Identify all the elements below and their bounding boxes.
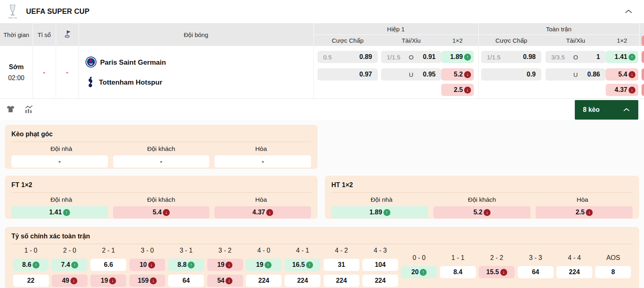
score-label: 4 - 2 (335, 247, 348, 255)
ft-handicap-home-odds[interactable]: 1/1.5 0.98 (481, 51, 541, 63)
score-odds[interactable]: 10↓ (129, 259, 165, 271)
odds-value: 8.4 (453, 268, 462, 276)
draw-column-label: Hòa (532, 196, 633, 203)
away-team-row[interactable]: Tottenham Hotspur (85, 77, 162, 88)
score-odds[interactable]: 224 (285, 275, 320, 287)
correct-score-card: Tỷ số chính xác toàn trận 1 - 0 8.6↑ 22 … (5, 227, 639, 288)
score-odds[interactable]: 224 (362, 275, 398, 287)
betting-page: Super Cup UEFA SUPER CUP Thời gian Tỉ số… (0, 0, 644, 288)
corner-flag-icon (63, 29, 72, 40)
odds-value: 4.37 (252, 209, 265, 216)
score-label: 4 - 1 (296, 247, 309, 255)
odds-value: 6.6 (104, 261, 113, 268)
score-column-2-0: 2 - 0 7.4↑ 49↓ (50, 247, 89, 287)
ft-over-odds[interactable]: 3/3.5 O 1 (545, 51, 606, 63)
score-odds[interactable]: 64 (168, 275, 204, 287)
ft-1x2-draw-odds[interactable]: 4.37 ↓ (606, 84, 638, 96)
odds-value: 19 (101, 277, 108, 284)
trend-up-icon: ↑ (464, 54, 471, 61)
score-odds[interactable]: 6.6 (90, 259, 126, 271)
ft-draw-odds[interactable]: 4.37 ↓ (215, 206, 311, 218)
score-label: 2 - 1 (102, 247, 115, 255)
home-column-label: Đội nhà (331, 196, 432, 203)
jersey-icon[interactable] (6, 105, 15, 116)
h1-handicap-away-odds[interactable]: 0.97 (318, 68, 378, 81)
ht-draw-odds[interactable]: 2.5 ↓ (536, 206, 633, 218)
score-label: 3 - 1 (180, 247, 193, 255)
score-odds[interactable]: 104 (362, 259, 398, 271)
ft-1x2-away-odds[interactable]: 5.4 ↓ (606, 68, 638, 81)
score-odds[interactable]: 8.4 (440, 266, 476, 278)
h1-1x2-draw-odds[interactable]: 2.5 ↓ (441, 84, 474, 96)
score-odds[interactable]: 8.8↑ (168, 259, 204, 271)
odds-value: 19 (256, 261, 263, 268)
ft-under-odds[interactable]: U 0.86 (545, 68, 606, 81)
score-label: 1 - 0 (24, 247, 37, 255)
score-odds[interactable]: 8 (595, 266, 631, 278)
score-label: 3 - 3 (529, 254, 542, 262)
score-odds[interactable]: 19↑ (246, 259, 282, 271)
score-odds[interactable]: 16.5↑ (285, 259, 320, 271)
ft-handicap-away-odds[interactable]: 0.9 (481, 68, 541, 81)
odds-value: 0.89 (359, 53, 372, 61)
score-odds[interactable]: 224 (246, 275, 282, 287)
trend-up-icon: ↑ (63, 209, 70, 216)
score-odds[interactable]: 7.4↑ (52, 259, 88, 271)
score-odds[interactable]: 54↓ (207, 275, 243, 287)
score-label: 2 - 2 (490, 254, 503, 262)
score-column-1-1: 1 - 1 8.4 (438, 247, 477, 287)
h1-1x2-away-odds[interactable]: 5.2 ↓ (441, 68, 474, 81)
ft-1x2-home-odds[interactable]: 1.41 ↑ (606, 51, 638, 63)
score-odds[interactable]: 224 (556, 266, 592, 278)
odds-count-button[interactable]: 8 kèo (575, 100, 638, 120)
score-odds[interactable]: 49↓ (52, 275, 88, 287)
odds-value: 49 (62, 277, 69, 284)
score-odds[interactable]: 8.6↑ (13, 259, 49, 271)
ht-away-odds[interactable]: 5.2 ↓ (434, 206, 530, 218)
collapse-league-chevron-up-icon[interactable] (624, 8, 633, 15)
odds-value: 0.98 (523, 53, 536, 61)
odds-value: 224 (336, 277, 347, 284)
odds-value: 64 (532, 268, 539, 276)
stats-chart-icon[interactable] (24, 105, 34, 116)
trend-up-icon: ↑ (265, 262, 272, 268)
subcol-h1-overunder: Tài/Xỉu (381, 35, 441, 46)
corner-home-odds[interactable]: - (11, 155, 108, 168)
score-odds[interactable]: 224 (324, 275, 359, 287)
score-odds[interactable]: 31 (324, 259, 359, 271)
odds-table-header: Thời gian Tỉ số Đội bóng Hiệp 1 Toàn trậ… (0, 23, 644, 46)
uefa-super-cup-logo-icon: Super Cup (7, 3, 19, 20)
league-header: Super Cup UEFA SUPER CUP (0, 0, 644, 23)
score-odds[interactable]: 64 (518, 266, 554, 278)
score-column-4-4: 4 - 4 224 (555, 247, 594, 287)
score-odds[interactable]: 19↓ (90, 275, 126, 287)
odds-value: 104 (375, 261, 386, 268)
odds-value: 0.9 (527, 71, 536, 78)
score-odds[interactable]: 15.5↓ (479, 266, 515, 278)
odds-value: 0.91 (416, 53, 436, 61)
match-time: Sớm 02:00 (0, 46, 33, 99)
h1-1x2-home-odds[interactable]: 1.89 ↑ (441, 51, 474, 63)
h1-handicap-home-odds[interactable]: 0.5 0.89 (318, 51, 378, 63)
h1-under-odds[interactable]: U 0.95 (381, 68, 441, 81)
score-column-3-0: 3 - 0 10↓ 159↓ (128, 247, 166, 287)
trend-down-icon: ↓ (150, 277, 157, 284)
home-team-row[interactable]: Paris Saint Germain (85, 57, 166, 68)
clipped-odds-cell (642, 84, 644, 96)
score-label: 2 - 0 (63, 247, 76, 255)
odds-value: 1.89 (450, 53, 463, 61)
away-column-label: Đội khách (111, 196, 211, 203)
score-odds[interactable]: 19↓ (207, 259, 243, 271)
corner-away-odds[interactable]: - (113, 155, 210, 168)
ht-home-odds[interactable]: 1.89 ↑ (331, 206, 428, 218)
trend-down-icon: ↓ (629, 71, 635, 78)
score-odds[interactable]: 22 (13, 275, 49, 287)
score-odds[interactable]: 20↑ (401, 266, 437, 278)
ft-away-odds[interactable]: 5.4 ↓ (113, 206, 210, 218)
corner-draw-odds[interactable]: - (215, 155, 311, 168)
h1-over-odds[interactable]: 1/1.5 O 0.91 (381, 51, 441, 63)
ft-1x2-card: FT 1×2 Đội nhà Đội khách Hòa 1.41 ↑ 5.4 … (5, 176, 318, 219)
ft-home-odds[interactable]: 1.41 ↑ (11, 206, 108, 218)
score-odds[interactable]: 159↓ (129, 275, 165, 287)
score-column-3-1: 3 - 1 8.8↑ 64 (167, 247, 206, 287)
